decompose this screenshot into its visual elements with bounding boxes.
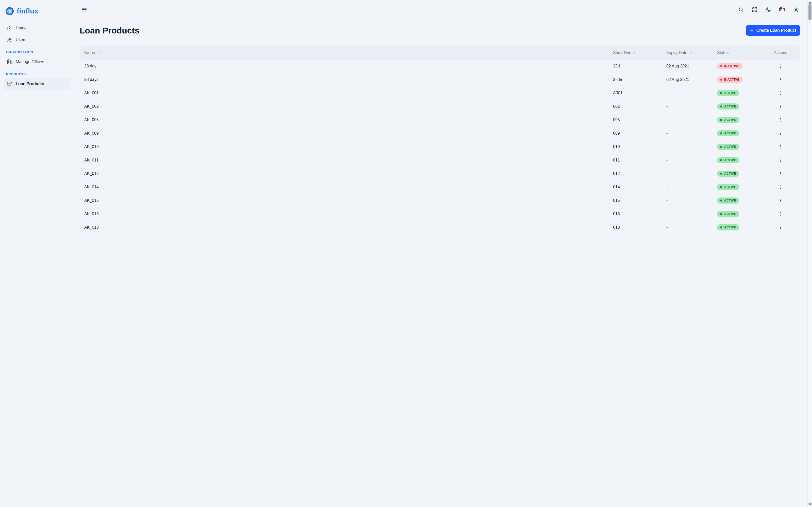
svg-rect-12 [755,8,757,9]
cell-short-name: 009 [613,131,666,135]
table-row[interactable]: AK_016016-ACTIVE [80,207,800,221]
cell-expiry: - [666,212,717,216]
th-status-label: Status [717,50,728,55]
table-row[interactable]: AK_005005-ACTIVE [80,113,800,126]
locale-button[interactable] [777,5,786,14]
svg-point-30 [780,121,781,121]
cell-actions [765,212,796,217]
create-loan-product-button[interactable]: Create Loan Product [746,25,800,36]
cell-actions [765,117,796,122]
row-actions-button[interactable] [778,171,783,176]
row-actions-button[interactable] [778,198,783,203]
svg-point-23 [780,93,781,93]
table-row[interactable]: AK_012012-ACTIVE [80,167,800,180]
cell-name: AK_018 [84,225,613,230]
cell-status: ACTIVE [717,198,765,204]
table-row[interactable]: AK_009009-ACTIVE [80,126,800,140]
table-row[interactable]: AK_011011-ACTIVE [80,153,800,167]
cell-status: ACTIVE [717,224,765,230]
row-actions-button[interactable] [778,104,783,109]
row-actions-button[interactable] [778,212,783,217]
cell-name: AK_011 [84,158,613,163]
sidebar-item-home[interactable]: Home [4,22,70,34]
status-badge: ACTIVE [717,117,739,123]
svg-point-25 [780,105,781,105]
cell-actions [765,225,796,230]
cell-name: AK_010 [84,145,613,149]
sidebar-item-label: Loan Products [16,81,44,86]
sidebar-item-loan-products[interactable]: Loan Products [4,78,70,90]
sidebar-item-users[interactable]: Users [4,34,70,46]
svg-point-38 [780,160,781,160]
table-row[interactable]: AK_014014-ACTIVE [80,180,800,194]
scrollbar-thumb[interactable] [808,4,811,20]
table-row[interactable]: AK_015015-ACTIVE [80,194,800,207]
svg-point-22 [780,91,781,92]
th-short-name[interactable]: Short Name [613,50,666,55]
row-actions-button[interactable] [778,225,783,230]
svg-point-47 [780,200,781,201]
status-dot-icon [720,146,722,148]
row-actions-button[interactable] [778,77,783,82]
profile-button[interactable] [791,5,800,14]
kebab-icon [778,91,783,95]
status-badge: ACTIVE [717,144,739,150]
table-row[interactable]: AK_001A001-ACTIVE [80,86,800,100]
status-label: ACTIVE [724,172,736,175]
row-actions-button[interactable] [778,144,783,149]
search-button[interactable] [737,5,746,14]
status-badge: ACTIVE [717,103,739,110]
page-scrollbar[interactable] [807,0,812,507]
topbar-left [80,5,89,14]
status-label: ACTIVE [724,226,736,229]
kebab-icon [778,171,783,176]
svg-point-21 [780,80,781,81]
theme-toggle[interactable] [764,5,773,14]
table-row[interactable]: 28 day28d02 Aug 2021INACTIVE [80,60,800,73]
row-actions-button[interactable] [778,158,783,163]
kebab-icon [778,198,783,203]
row-actions-button[interactable] [778,91,783,96]
th-status[interactable]: Status [717,50,765,55]
row-actions-button[interactable] [778,117,783,122]
sidebar: finflux Home Users ORGANIZATION Manage O… [0,0,73,507]
cell-short-name: 016 [613,212,666,216]
status-label: ACTIVE [724,158,736,162]
table-row[interactable]: AK_002002-ACTIVE [80,100,800,113]
svg-rect-5 [7,82,12,83]
menu-button[interactable] [80,5,89,14]
sidebar-section-title: ORGANIZATION [4,46,70,56]
status-badge: ACTIVE [717,198,739,204]
brand-name: finflux [17,7,38,15]
svg-point-31 [780,131,781,132]
row-actions-button[interactable] [778,64,783,69]
cell-short-name: 28d [613,64,666,68]
apps-button[interactable] [750,5,759,14]
svg-point-26 [780,106,781,107]
th-name[interactable]: Name [84,50,613,55]
sidebar-section-title: PRODUCTS [4,68,70,78]
cell-actions [765,91,796,96]
th-expiry[interactable]: Expiry Date [666,50,717,55]
kebab-icon [778,145,783,149]
scrollbar-down-icon [808,503,811,505]
svg-line-10 [742,11,743,12]
table-row[interactable]: AK_018018-ACTIVE [80,221,800,231]
sidebar-item-manage-offices[interactable]: Manage Offices [4,56,70,68]
row-actions-button[interactable] [778,184,783,189]
svg-point-15 [795,8,797,10]
status-dot-icon [720,173,722,175]
kebab-icon [778,131,783,135]
cell-short-name: 28da [613,77,666,82]
status-label: ACTIVE [724,91,736,95]
cell-expiry: - [666,185,717,189]
table-row[interactable]: 28 days28da02 Aug 2021INACTIVE [80,73,800,86]
row-actions-button[interactable] [778,131,783,136]
page-header: Loan Products Create Loan Product [73,14,806,41]
status-badge: INACTIVE [717,63,743,69]
status-label: ACTIVE [724,118,736,122]
status-dot-icon [720,78,722,80]
table-row[interactable]: AK_010010-ACTIVE [80,140,800,153]
sort-asc-icon [97,51,101,55]
kebab-icon [778,77,783,82]
